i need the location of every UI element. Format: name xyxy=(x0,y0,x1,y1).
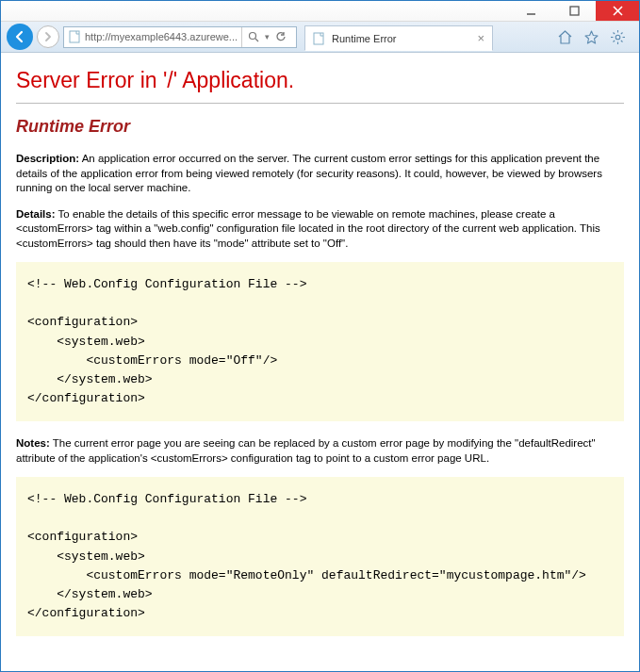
svg-line-14 xyxy=(620,40,622,41)
tab-strip: Runtime Error × xyxy=(304,23,545,51)
svg-rect-1 xyxy=(570,7,579,15)
minimize-button[interactable] xyxy=(509,1,552,21)
url-text: http://myexample6443.azurewe... xyxy=(85,31,238,42)
browser-tab[interactable]: Runtime Error × xyxy=(304,25,493,51)
search-icon[interactable] xyxy=(248,31,259,42)
description-label: Description: xyxy=(16,153,79,164)
divider xyxy=(16,103,624,104)
page-content: Server Error in '/' Application. Runtime… xyxy=(1,53,639,663)
details-text: To enable the details of this specific e… xyxy=(16,208,600,249)
tab-title: Runtime Error xyxy=(332,33,396,44)
page-icon xyxy=(313,32,326,45)
code-block-1: <!-- Web.Config Configuration File --> <… xyxy=(16,262,624,421)
svg-line-13 xyxy=(613,32,615,34)
home-icon[interactable] xyxy=(556,28,573,45)
details-label: Details: xyxy=(16,208,56,220)
close-button[interactable] xyxy=(596,1,639,21)
notes-label: Notes: xyxy=(16,437,50,449)
maximize-button[interactable] xyxy=(552,1,596,21)
svg-rect-4 xyxy=(70,31,79,42)
forward-button[interactable] xyxy=(37,25,59,48)
page-icon xyxy=(68,30,81,43)
tab-close-icon[interactable]: × xyxy=(477,31,484,45)
address-bar[interactable]: http://myexample6443.azurewe... ▾ xyxy=(63,26,297,48)
arrow-right-icon xyxy=(42,31,54,42)
address-bar-controls: ▾ xyxy=(241,27,292,47)
svg-point-5 xyxy=(250,33,256,40)
browser-navbar: http://myexample6443.azurewe... ▾ Runtim… xyxy=(1,22,639,53)
notes-text: The current error page you are seeing ca… xyxy=(16,437,596,464)
svg-line-15 xyxy=(620,32,622,34)
code-block-2: <!-- Web.Config Configuration File --> <… xyxy=(16,477,624,636)
toolbar-icons xyxy=(549,28,633,45)
favorites-icon[interactable] xyxy=(583,28,599,45)
svg-rect-7 xyxy=(314,33,323,44)
description-text: An application error occurred on the ser… xyxy=(16,153,602,193)
window-titlebar xyxy=(1,1,639,22)
svg-line-16 xyxy=(613,40,615,41)
svg-line-6 xyxy=(255,39,258,41)
notes-para: Notes: The current error page you are se… xyxy=(16,436,624,466)
code-text-1: <!-- Web.Config Configuration File --> <… xyxy=(27,275,613,408)
svg-point-8 xyxy=(615,35,620,40)
error-heading: Runtime Error xyxy=(16,117,624,137)
code-text-2: <!-- Web.Config Configuration File --> <… xyxy=(27,490,613,623)
description-para: Description: An application error occurr… xyxy=(16,152,624,196)
details-para: Details: To enable the details of this s… xyxy=(16,207,624,252)
address-dropdown-icon[interactable]: ▾ xyxy=(265,32,270,41)
refresh-icon[interactable] xyxy=(275,31,287,42)
arrow-left-icon xyxy=(12,29,27,44)
settings-icon[interactable] xyxy=(609,28,626,45)
page-title: Server Error in '/' Application. xyxy=(16,68,624,93)
back-button[interactable] xyxy=(7,24,33,50)
